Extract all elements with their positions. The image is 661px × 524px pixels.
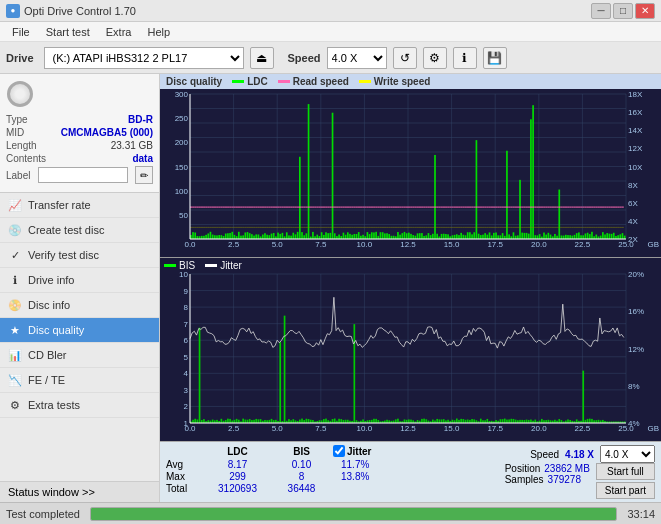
sidebar-item-create-test-disc[interactable]: 💿 Create test disc — [0, 218, 159, 243]
close-button[interactable]: ✕ — [635, 3, 655, 19]
write-speed-label: Write speed — [374, 76, 431, 87]
disc-type: BD-R — [128, 114, 153, 125]
contents-label: Contents — [6, 153, 46, 164]
sidebar: Type BD-R MID CMCMAGBA5 (000) Length 23.… — [0, 74, 160, 502]
status-bar: Test completed 33:14 — [0, 502, 661, 524]
sidebar-item-label: Extra tests — [28, 399, 80, 411]
disc-info-icon: 📀 — [8, 298, 22, 312]
sidebar-item-cd-bler[interactable]: 📊 CD Bler — [0, 343, 159, 368]
disc-mid: CMCMAGBA5 (000) — [61, 127, 153, 138]
sidebar-item-label: Disc info — [28, 299, 70, 311]
menubar: File Start test Extra Help — [0, 22, 661, 42]
sidebar-item-verify-test-disc[interactable]: ✓ Verify test disc — [0, 243, 159, 268]
speed-select[interactable]: 4.0 X — [327, 47, 387, 69]
time-display: 33:14 — [627, 508, 655, 520]
type-label: Type — [6, 114, 28, 125]
create-test-disc-icon: 💿 — [8, 223, 22, 237]
save-button[interactable]: 💾 — [483, 47, 507, 69]
stats-area: LDC BIS Jitter Avg 8.17 0.10 11.7% — [160, 441, 661, 502]
bis-color — [164, 264, 176, 267]
bis-label: BIS — [179, 260, 195, 271]
bis-legend: BIS — [164, 260, 195, 271]
label-input[interactable] — [38, 167, 128, 183]
speed-label: Speed — [288, 52, 321, 64]
sidebar-item-fe-te[interactable]: 📉 FE / TE — [0, 368, 159, 393]
toolbar: Drive (K:) ATAPI iHBS312 2 PL17 ⏏ Speed … — [0, 42, 661, 74]
read-speed-color — [278, 80, 290, 83]
sidebar-item-extra-tests[interactable]: ⚙ Extra tests — [0, 393, 159, 418]
speed-select-stats[interactable]: 4.0 X — [600, 445, 655, 463]
app-title: Opti Drive Control 1.70 — [24, 5, 136, 17]
disc-length: 23.31 GB — [111, 140, 153, 151]
jitter-col-header: Jitter — [347, 446, 371, 457]
ldc-legend: LDC — [232, 76, 268, 87]
progress-bar — [91, 508, 616, 520]
drive-label: Drive — [6, 52, 34, 64]
max-jitter: 13.8% — [341, 471, 369, 482]
eject-button[interactable]: ⏏ — [250, 47, 274, 69]
disc-contents: data — [132, 153, 153, 164]
max-ldc: 299 — [205, 471, 270, 482]
avg-jitter: 11.7% — [341, 459, 369, 470]
chart1-canvas — [160, 89, 661, 257]
read-speed-legend: Read speed — [278, 76, 349, 87]
settings-button[interactable]: ⚙ — [423, 47, 447, 69]
avg-label: Avg — [166, 459, 201, 470]
verify-test-disc-icon: ✓ — [8, 248, 22, 262]
menu-help[interactable]: Help — [139, 24, 178, 40]
sidebar-item-label: FE / TE — [28, 374, 65, 386]
write-speed-legend: Write speed — [359, 76, 431, 87]
sidebar-item-label: Verify test disc — [28, 249, 99, 261]
position-label: Position — [505, 463, 541, 474]
ldc-col-header: LDC — [205, 446, 270, 457]
position-value: 23862 MB — [544, 463, 590, 474]
speed-value: 4.18 X — [565, 449, 594, 460]
maximize-button[interactable]: □ — [613, 3, 633, 19]
total-bis: 36448 — [274, 483, 329, 494]
progress-container — [90, 507, 617, 521]
menu-extra[interactable]: Extra — [98, 24, 140, 40]
status-window-button[interactable]: Status window >> — [0, 481, 159, 502]
label-edit-button[interactable]: ✏ — [135, 166, 153, 184]
drive-info-icon: ℹ — [8, 273, 22, 287]
titlebar: ● Opti Drive Control 1.70 ─ □ ✕ — [0, 0, 661, 22]
mid-label: MID — [6, 127, 24, 138]
drive-select[interactable]: (K:) ATAPI iHBS312 2 PL17 — [44, 47, 244, 69]
status-text: Test completed — [6, 508, 80, 520]
status-window-label: Status window >> — [8, 486, 95, 498]
sidebar-item-transfer-rate[interactable]: 📈 Transfer rate — [0, 193, 159, 218]
sidebar-item-label: Create test disc — [28, 224, 104, 236]
menu-file[interactable]: File — [4, 24, 38, 40]
disc-quality-icon: ★ — [8, 323, 22, 337]
info-button[interactable]: ℹ — [453, 47, 477, 69]
extra-tests-icon: ⚙ — [8, 398, 22, 412]
sidebar-item-label: Drive info — [28, 274, 74, 286]
total-ldc: 3120693 — [205, 483, 270, 494]
read-speed-label: Read speed — [293, 76, 349, 87]
cd-bler-icon: 📊 — [8, 348, 22, 362]
total-label: Total — [166, 483, 201, 494]
jitter-legend: Jitter — [205, 260, 242, 271]
chart1-titlebar: Disc quality LDC Read speed Write speed — [160, 74, 661, 89]
ldc-label: LDC — [247, 76, 268, 87]
label-text: Label — [6, 170, 30, 181]
ldc-color — [232, 80, 244, 83]
sidebar-item-disc-quality[interactable]: ★ Disc quality — [0, 318, 159, 343]
app-icon: ● — [6, 4, 20, 18]
refresh-button[interactable]: ↺ — [393, 47, 417, 69]
max-label: Max — [166, 471, 201, 482]
menu-start-test[interactable]: Start test — [38, 24, 98, 40]
chart2-canvas — [160, 258, 661, 441]
speed-label: Speed — [530, 449, 559, 460]
samples-value: 379278 — [548, 474, 581, 485]
jitter-checkbox[interactable] — [333, 445, 345, 457]
sidebar-item-label: Transfer rate — [28, 199, 91, 211]
minimize-button[interactable]: ─ — [591, 3, 611, 19]
jitter-color — [205, 264, 217, 267]
start-full-button[interactable]: Start full — [596, 463, 655, 480]
start-part-button[interactable]: Start part — [596, 482, 655, 499]
sidebar-item-label: Disc quality — [28, 324, 84, 336]
sidebar-item-disc-info[interactable]: 📀 Disc info — [0, 293, 159, 318]
sidebar-item-drive-info[interactable]: ℹ Drive info — [0, 268, 159, 293]
avg-ldc: 8.17 — [205, 459, 270, 470]
